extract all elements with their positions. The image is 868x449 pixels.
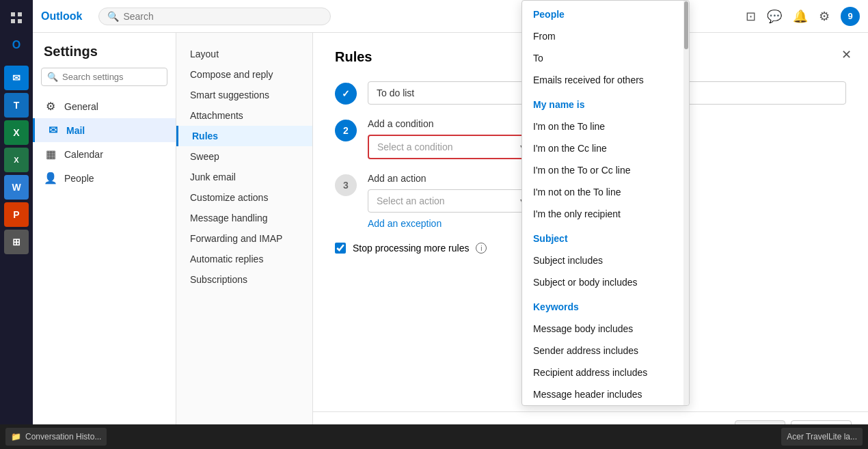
bell-icon[interactable]: 🔔 (793, 9, 808, 24)
svg-rect-2 (11, 19, 15, 23)
step-2-circle: 2 (335, 120, 357, 141)
chat-icon[interactable]: 💬 (767, 9, 782, 24)
bottom-bar: 📁 Conversation Histo... Acer TravelLite … (0, 424, 868, 449)
nav-attachments[interactable]: Attachments (176, 105, 312, 126)
dropdown-item-recipient-address[interactable]: Recipient address includes (522, 362, 689, 383)
condition-select-wrapper[interactable]: Select a condition (368, 135, 532, 159)
nav-layout[interactable]: Layout (176, 44, 312, 64)
nav-sweep[interactable]: Sweep (176, 146, 312, 167)
dropdown-category-keywords: Keywords (522, 293, 689, 318)
settings-search-input[interactable] (62, 72, 161, 82)
sidebar-item-label: People (64, 173, 94, 184)
nav-subscriptions[interactable]: Subscriptions (176, 269, 312, 290)
powerpoint-app-icon[interactable]: P (4, 202, 29, 227)
sidebar-item-general[interactable]: ⚙ General (33, 94, 176, 118)
condition-dropdown: People From To Emails received for other… (521, 0, 690, 406)
settings-icon[interactable]: ⚙ (819, 9, 830, 24)
nav-forwarding[interactable]: Forwarding and IMAP (176, 228, 312, 249)
calendar-icon: ▦ (44, 148, 57, 161)
account-icon[interactable]: 9 (841, 7, 860, 26)
nav-compose[interactable]: Compose and reply (176, 64, 312, 85)
action-select[interactable]: Select an action (368, 189, 532, 213)
app-icons: ✉ T X X W P ⊞ (4, 66, 29, 254)
close-button[interactable]: ✕ (835, 44, 857, 66)
settings-search-box[interactable]: 🔍 (41, 68, 167, 86)
mail-app-icon[interactable]: ✉ (4, 66, 29, 90)
app-title: Outlook (41, 10, 82, 23)
dropdown-item-on-to-line[interactable]: I'm on the To line (522, 115, 689, 137)
dropdown-item-on-cc-line[interactable]: I'm on the Cc line (522, 137, 689, 159)
dropdown-item-emails-received[interactable]: Emails received for others (522, 69, 689, 91)
dropdown-item-subject-or-body[interactable]: Subject or body includes (522, 271, 689, 293)
dropdown-item-sender-address[interactable]: Sender address includes (522, 340, 689, 362)
bottom-bar-conversation-label: Conversation Histo... (25, 432, 101, 441)
excel2-app-icon[interactable]: X (4, 148, 29, 172)
topbar-actions: ⊡ 💬 🔔 ⚙ 9 (746, 7, 860, 26)
grid-menu-icon[interactable] (4, 5, 29, 30)
dropdown-category-myname: My name is (522, 91, 689, 115)
bottom-bar-conversation[interactable]: 📁 Conversation Histo... (5, 428, 107, 446)
svg-rect-3 (18, 19, 22, 23)
sidebar-item-people[interactable]: 👤 People (33, 166, 176, 190)
settings-sidebar: Settings 🔍 ⚙ General ✉ Mail ▦ Calendar 👤… (33, 33, 176, 449)
svg-rect-1 (18, 12, 22, 16)
nav-smart[interactable]: Smart suggestions (176, 85, 312, 105)
main-container: Settings 🔍 ⚙ General ✉ Mail ▦ Calendar 👤… (33, 33, 868, 449)
nav-customize[interactable]: Customize actions (176, 187, 312, 208)
search-box[interactable]: 🔍 (98, 8, 331, 25)
settings-title: Settings (33, 44, 176, 68)
word-app-icon[interactable]: W (4, 175, 29, 200)
dropdown-category-subject: Subject (522, 225, 689, 249)
bottom-bar-right-label[interactable]: Acer TravelLite la... (781, 428, 863, 446)
step-3-circle: 3 (335, 174, 357, 196)
dropdown-item-message-header[interactable]: Message header includes (522, 383, 689, 405)
dropdown-item-subject-includes[interactable]: Subject includes (522, 249, 689, 271)
outlook-icon[interactable]: O (4, 33, 29, 57)
dropdown-item-on-to-or-cc[interactable]: I'm on the To or Cc line (522, 159, 689, 181)
scrollbar-track (683, 1, 689, 405)
folder-icon: 📁 (11, 432, 21, 441)
stop-processing-label: Stop processing more rules (353, 243, 469, 254)
nav-rules[interactable]: Rules (176, 126, 312, 146)
other-app-icon[interactable]: ⊞ (4, 230, 29, 254)
general-icon: ⚙ (44, 100, 57, 113)
sidebar-item-calendar[interactable]: ▦ Calendar (33, 142, 176, 166)
screen-share-icon[interactable]: ⊡ (746, 9, 756, 24)
sidebar-item-label: Calendar (64, 149, 103, 160)
search-input[interactable] (123, 11, 322, 22)
svg-rect-0 (11, 12, 15, 16)
sidebar-item-label: Mail (66, 125, 85, 136)
topbar: Outlook 🔍 ⊡ 💬 🔔 ⚙ 9 (33, 0, 868, 33)
search-icon: 🔍 (107, 11, 119, 22)
add-exception-link[interactable]: Add an exception (368, 218, 442, 229)
dropdown-item-from[interactable]: From (522, 25, 689, 47)
dropdown-item-body-includes[interactable]: Message body includes (522, 318, 689, 340)
people-icon: 👤 (44, 172, 57, 185)
nav-auto[interactable]: Automatic replies (176, 249, 312, 269)
step-1-circle: ✓ (335, 83, 357, 105)
settings-sub-nav: Layout Compose and reply Smart suggestio… (176, 33, 313, 449)
search-small-icon: 🔍 (47, 72, 58, 82)
condition-select[interactable]: Select a condition (368, 135, 532, 159)
sidebar-item-mail[interactable]: ✉ Mail (33, 118, 176, 142)
scrollbar-thumb[interactable] (684, 1, 688, 49)
nav-junk[interactable]: Junk email (176, 167, 312, 187)
excel-app-icon[interactable]: X (4, 120, 29, 145)
teams-app-icon[interactable]: T (4, 93, 29, 118)
nav-message[interactable]: Message handling (176, 208, 312, 228)
dropdown-item-not-on-to[interactable]: I'm not on the To line (522, 181, 689, 203)
dropdown-item-only-recipient[interactable]: I'm the only recipient (522, 203, 689, 225)
sidebar-item-label: General (64, 101, 98, 112)
action-select-wrapper[interactable]: Select an action (368, 189, 532, 213)
dropdown-item-to[interactable]: To (522, 47, 689, 69)
dropdown-category-people: People (522, 1, 689, 25)
stop-processing-checkbox[interactable] (335, 243, 346, 254)
taskbar: O ✉ T X X W P ⊞ (0, 0, 33, 449)
info-icon[interactable]: i (476, 243, 487, 254)
mail-icon: ✉ (46, 124, 59, 137)
